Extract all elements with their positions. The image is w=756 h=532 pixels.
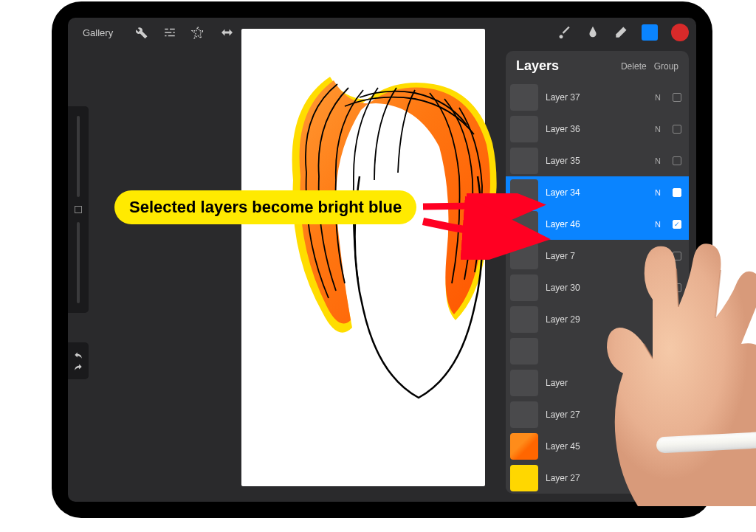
eraser-icon[interactable] [614, 25, 628, 40]
adjustments-icon[interactable] [163, 26, 176, 39]
layer-thumbnail[interactable] [510, 465, 538, 491]
color-picker-button[interactable] [671, 24, 689, 41]
right-tool-group [557, 24, 689, 41]
layers-icon[interactable] [642, 24, 658, 41]
layer-thumbnail[interactable] [510, 433, 538, 460]
layer-blend-mode[interactable]: N [655, 188, 661, 197]
layer-row[interactable]: Layer 37N [506, 81, 689, 113]
annotation-arrows [419, 193, 560, 260]
brush-icon[interactable] [557, 25, 572, 40]
delete-button[interactable]: Delete [621, 61, 647, 72]
layers-header: Layers Delete Group [506, 51, 689, 81]
layer-thumbnail[interactable] [510, 148, 538, 174]
layer-visibility-checkbox[interactable] [673, 156, 681, 165]
undo-icon[interactable] [73, 351, 83, 359]
layer-row[interactable]: Layer 35N [506, 145, 689, 176]
gallery-button[interactable]: Gallery [75, 24, 120, 41]
layer-visibility-checkbox[interactable] [673, 188, 681, 197]
selection-icon[interactable] [191, 26, 205, 39]
layer-thumbnail[interactable] [510, 116, 538, 142]
layer-name-label: Layer 36 [546, 124, 647, 134]
layer-blend-mode[interactable]: N [655, 156, 661, 165]
layer-name-label: Layer 34 [546, 187, 647, 198]
layer-visibility-checkbox[interactable] [673, 125, 681, 134]
layer-blend-mode[interactable]: N [655, 93, 661, 102]
layers-title: Layers [516, 58, 614, 74]
layer-thumbnail[interactable] [510, 306, 538, 333]
top-toolbar: Gallery [68, 18, 696, 47]
user-hand [579, 211, 756, 506]
side-undo-redo [68, 342, 89, 379]
layer-thumbnail[interactable] [510, 84, 538, 111]
layer-thumbnail[interactable] [510, 274, 538, 301]
brush-size-slider[interactable] [77, 116, 80, 197]
redo-icon[interactable] [73, 363, 83, 370]
opacity-slider[interactable] [77, 222, 80, 303]
transform-icon[interactable] [219, 26, 233, 39]
svg-line-0 [423, 205, 526, 207]
layer-name-label: Layer 37 [546, 92, 647, 103]
left-tool-group [135, 26, 233, 39]
smudge-icon[interactable] [585, 25, 600, 40]
layer-thumbnail[interactable] [510, 338, 538, 365]
group-button[interactable]: Group [654, 61, 678, 72]
layer-thumbnail[interactable] [510, 401, 538, 428]
side-toolbar [68, 106, 89, 313]
layer-row[interactable]: Layer 36N [506, 113, 689, 145]
wrench-icon[interactable] [135, 26, 148, 39]
annotation-callout: Selected layers become bright blue [114, 190, 416, 224]
layer-blend-mode[interactable]: N [655, 125, 661, 134]
layer-visibility-checkbox[interactable] [673, 93, 681, 102]
layer-thumbnail[interactable] [510, 370, 538, 396]
layer-name-label: Layer 35 [546, 156, 647, 166]
modify-button[interactable] [75, 206, 82, 213]
